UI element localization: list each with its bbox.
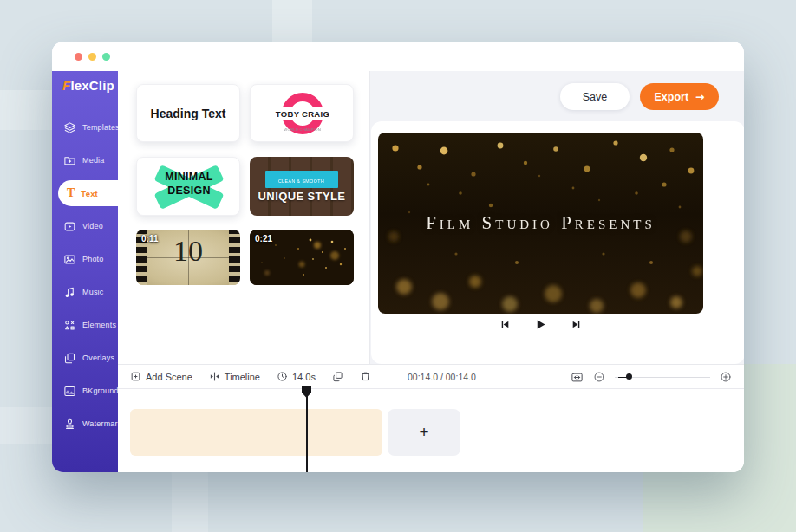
layers-icon [63,121,76,134]
clock-icon [277,371,288,382]
clip-duration-value: 14.0s [292,372,316,382]
video-duration-badge: 0:11 [141,234,158,243]
video-preview[interactable]: Film Studio Presents [378,133,703,314]
export-button[interactable]: Export → [640,83,719,110]
export-arrow-icon: → [695,90,704,103]
sidebar-item-label: Overlays [82,354,114,362]
minus-circle-icon [593,371,605,383]
export-button-label: Export [654,91,688,103]
add-clip-button[interactable]: + [388,409,460,456]
sidebar: FlexClip Templates Media T Text Video [52,71,118,472]
minimal-line1: MINIMAL [137,170,240,184]
timeline-mode-button[interactable]: Timeline [209,371,260,382]
stage-panel: Save Export → [369,71,744,364]
sidebar-item-media[interactable]: Media [52,144,118,177]
play-icon [534,318,547,331]
timeline-zoom-slider[interactable] [615,371,710,383]
template-card-gold-particles-video[interactable]: 0:21 [250,230,354,285]
video-duration-badge: 0:21 [255,234,272,243]
text-templates-panel: Heading Text TOBY CRAIG WORLD CHAMPION M… [118,71,369,364]
sidebar-item-label: Elements [82,321,116,329]
badge-subtitle: WORLD CHAMPION [284,127,322,131]
sidebar-item-overlays[interactable]: Overlays [52,341,118,374]
video-play-icon [63,220,76,233]
sidebar-item-templates[interactable]: Templates [52,111,118,144]
template-card-unique-style[interactable]: CLEAN & SMOOTH UNIQUE STYLE [250,157,354,216]
timeline-section: Add Scene Timeline 14.0s 00:14.0 / 0 [118,364,744,472]
playhead-handle[interactable] [302,386,311,398]
delete-button[interactable] [360,371,371,382]
unique-tag-text: CLEAN & SMOOTH [278,178,324,183]
stamp-icon [63,418,76,431]
sidebar-item-photo[interactable]: Photo [52,243,118,276]
window-titlebar [52,42,744,71]
logo-accent-letter: F [62,78,70,93]
background-image-icon [63,385,76,398]
previous-frame-button[interactable] [499,319,511,330]
sidebar-item-label: Watermark [82,419,121,428]
template-card-countdown-video[interactable]: 10 0:11 [136,230,240,285]
add-clip-plus: + [419,423,428,442]
skip-forward-icon [571,319,582,330]
text-T-icon: T [67,187,75,199]
sidebar-nav: Templates Media T Text Video Photo [52,111,118,440]
fit-width-icon [571,371,584,384]
save-button-label: Save [583,91,608,103]
zoom-out-button[interactable] [593,371,605,383]
time-display: 00:14.0 / 00:14.0 [408,372,476,382]
save-button[interactable]: Save [560,83,630,110]
sidebar-item-bkground[interactable]: BKground [52,374,118,407]
unique-style-title: UNIQUE STYLE [258,190,346,203]
split-timeline-icon [209,371,220,382]
music-note-icon [63,286,76,299]
slider-knob[interactable] [626,373,632,380]
sidebar-item-watermark[interactable]: Watermark [52,407,118,440]
heading-text-label: Heading Text [151,107,226,120]
play-button[interactable] [534,318,547,331]
zoom-in-button[interactable] [720,371,732,383]
badge-title-band: TOBY CRAIG [251,107,354,120]
template-card-toby-craig[interactable]: TOBY CRAIG WORLD CHAMPION [250,84,354,142]
flexclip-logo[interactable]: FlexClip [62,78,114,93]
sidebar-item-music[interactable]: Music [52,276,118,308]
preview-title-text: Film Studio Presents [378,133,703,314]
sidebar-item-text[interactable]: T Text [58,180,118,206]
timeline-zoom-controls [571,365,732,389]
unique-style-tag: CLEAN & SMOOTH [265,171,337,188]
zoom-window-dot[interactable] [102,53,110,61]
sidebar-item-label: Video [82,222,103,230]
plus-circle-icon [720,371,732,383]
sidebar-item-video[interactable]: Video [52,210,118,243]
duplicate-button[interactable] [332,371,343,382]
overlap-squares-icon [63,352,76,365]
sidebar-item-label: Text [81,189,98,198]
clip-duration-button[interactable]: 14.0s [277,371,316,382]
timeline-label: Timeline [225,372,260,382]
skip-back-icon [499,319,511,330]
badge-title: TOBY CRAIG [276,109,329,119]
copy-icon [332,371,343,382]
sidebar-item-label: Media [82,156,105,165]
trash-icon [360,371,371,382]
sidebar-item-elements[interactable]: Elements [52,308,118,341]
sidebar-item-label: Music [82,288,104,296]
playhead-line [306,389,308,472]
logo-rest: lexClip [70,78,114,93]
folder-plus-icon [63,154,76,167]
close-window-dot[interactable] [75,53,82,61]
sidebar-item-label: Photo [82,255,104,263]
timeline-clip[interactable] [130,409,382,456]
minimize-window-dot[interactable] [88,53,96,61]
template-card-minimal-design[interactable]: MINIMAL DESIGN [136,157,240,216]
shapes-icon [63,319,76,332]
template-card-heading-text[interactable]: Heading Text [136,84,240,142]
badge-subtitle-wrap: WORLD CHAMPION [251,120,354,136]
fit-to-screen-button[interactable] [571,371,584,384]
minimal-design-text: MINIMAL DESIGN [137,170,240,198]
plus-square-icon [130,371,141,382]
window-body: FlexClip Templates Media T Text Video [52,71,744,472]
next-frame-button[interactable] [571,319,582,330]
add-scene-button[interactable]: Add Scene [130,371,192,382]
app-window: FlexClip Templates Media T Text Video [52,42,744,472]
minimal-line2: DESIGN [137,184,240,198]
